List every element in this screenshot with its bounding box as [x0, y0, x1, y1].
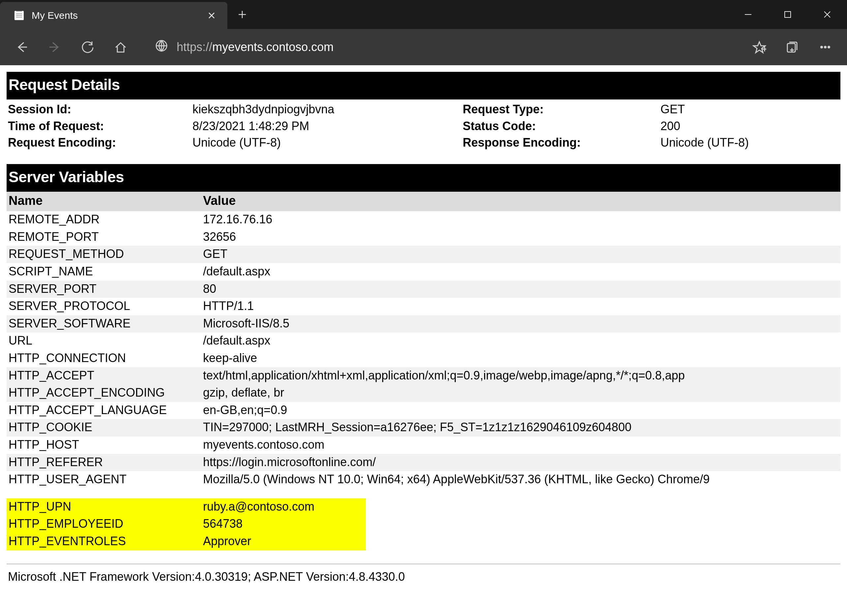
footer-version: Microsoft .NET Framework Version:4.0.303… [7, 569, 840, 585]
titlebar: My Events [0, 0, 847, 29]
var-name: HTTP_CONNECTION [9, 350, 203, 366]
var-value: TIN=297000; LastMRH_Session=a16276ee; F5… [203, 419, 840, 435]
var-name: HTTP_HOST [9, 437, 203, 453]
var-name: HTTP_ACCEPT_ENCODING [9, 385, 203, 401]
more-button[interactable] [811, 32, 840, 62]
value-req-enc: Unicode (UTF-8) [192, 135, 463, 151]
var-value: ruby.a@contoso.com [203, 499, 366, 515]
table-row: SERVER_SOFTWAREMicrosoft-IIS/8.5 [7, 315, 840, 333]
table-row: HTTP_HOSTmyevents.contoso.com [7, 436, 840, 454]
section-request-details: Request Details [7, 72, 840, 99]
var-name: HTTP_EMPLOYEEID [9, 516, 203, 532]
var-name: URL [9, 333, 203, 349]
svg-rect-0 [785, 12, 791, 18]
value-resp-enc: Unicode (UTF-8) [661, 135, 840, 151]
table-row: HTTP_USER_AGENTMozilla/5.0 (Windows NT 1… [7, 471, 840, 489]
window-controls [728, 0, 847, 29]
table-row: HTTP_EVENTROLESApprover [7, 533, 366, 550]
table-row: HTTP_COOKIETIN=297000; LastMRH_Session=a… [7, 419, 840, 436]
var-name: SCRIPT_NAME [9, 264, 203, 280]
var-value: https://login.microsoftonline.com/ [203, 454, 840, 470]
close-window-button[interactable] [807, 0, 847, 29]
url-text: https://myevents.contoso.com [177, 40, 333, 54]
table-row: HTTP_ACCEPT_LANGUAGEen-GB,en;q=0.9 [7, 402, 840, 419]
var-name: SERVER_PROTOCOL [9, 298, 203, 314]
var-value: myevents.contoso.com [203, 437, 840, 453]
close-tab-button[interactable] [205, 9, 218, 22]
label-resp-enc: Response Encoding: [463, 135, 661, 151]
page-content: Request Details Session Id: kiekszqbh3dy… [0, 65, 847, 591]
var-name: SERVER_PORT [9, 281, 203, 297]
table-row: HTTP_EMPLOYEEID564738 [7, 516, 366, 533]
highlighted-vars: HTTP_UPNruby.a@contoso.comHTTP_EMPLOYEEI… [7, 498, 366, 550]
back-button[interactable] [7, 32, 36, 62]
maximize-button[interactable] [768, 0, 807, 29]
var-value: 80 [203, 281, 840, 297]
vars-header-value: Value [203, 192, 840, 209]
divider [7, 564, 840, 564]
table-row: REQUEST_METHODGET [7, 246, 840, 263]
var-value: keep-alive [203, 350, 840, 366]
home-button[interactable] [106, 32, 135, 62]
url-host: myevents.contoso.com [212, 40, 333, 54]
var-value: 32656 [203, 229, 840, 245]
forward-button[interactable] [40, 32, 69, 62]
var-value: GET [203, 246, 840, 262]
collections-button[interactable] [778, 32, 807, 62]
table-row: HTTP_ACCEPT_ENCODINGgzip, deflate, br [7, 385, 840, 402]
table-row: REMOTE_ADDR172.16.76.16 [7, 211, 840, 228]
value-status-code: 200 [661, 118, 840, 134]
var-value: /default.aspx [203, 333, 840, 349]
browser-toolbar: https://myevents.contoso.com [0, 29, 847, 65]
var-value: Approver [203, 533, 366, 550]
url-scheme: https:// [177, 40, 212, 54]
var-value: HTTP/1.1 [203, 298, 840, 314]
var-value: Microsoft-IIS/8.5 [203, 315, 840, 332]
value-time: 8/23/2021 1:48:29 PM [192, 118, 463, 134]
browser-tab[interactable]: My Events [0, 2, 227, 29]
table-row: SERVER_PORT80 [7, 281, 840, 298]
table-row: HTTP_REFERERhttps://login.microsoftonlin… [7, 454, 840, 472]
server-variables-table: Name Value REMOTE_ADDR172.16.76.16REMOTE… [7, 192, 840, 550]
label-session-id: Session Id: [8, 102, 192, 118]
new-tab-button[interactable] [227, 0, 257, 29]
refresh-button[interactable] [73, 32, 102, 62]
table-row: URL/default.aspx [7, 332, 840, 350]
var-name: REMOTE_ADDR [9, 211, 203, 228]
value-session-id: kiekszqbh3dydnpiogvjbvna [192, 102, 463, 118]
var-name: SERVER_SOFTWARE [9, 315, 203, 332]
table-row: HTTP_CONNECTIONkeep-alive [7, 350, 840, 367]
minimize-button[interactable] [728, 0, 768, 29]
var-name: HTTP_UPN [9, 499, 203, 515]
var-value: Mozilla/5.0 (Windows NT 10.0; Win64; x64… [203, 472, 840, 488]
table-row: REMOTE_PORT32656 [7, 228, 840, 246]
request-details-grid: Session Id: kiekszqbh3dydnpiogvjbvna Req… [7, 99, 840, 164]
var-value: gzip, deflate, br [203, 385, 840, 401]
table-row: SERVER_PROTOCOLHTTP/1.1 [7, 298, 840, 315]
var-name: REQUEST_METHOD [9, 246, 203, 262]
vars-header-row: Name Value [7, 192, 840, 211]
address-bar[interactable]: https://myevents.contoso.com [139, 35, 741, 59]
svg-point-4 [824, 46, 826, 48]
var-value: /default.aspx [203, 264, 840, 280]
table-row: HTTP_UPNruby.a@contoso.com [7, 498, 366, 516]
var-value: 564738 [203, 516, 366, 532]
table-row: HTTP_ACCEPTtext/html,application/xhtml+x… [7, 367, 840, 385]
var-name: HTTP_USER_AGENT [9, 472, 203, 488]
section-server-variables: Server Variables [7, 164, 840, 192]
vars-header-name: Name [9, 192, 203, 209]
svg-point-3 [820, 46, 822, 48]
label-req-enc: Request Encoding: [8, 135, 192, 151]
var-name: HTTP_EVENTROLES [9, 533, 203, 550]
var-name: HTTP_REFERER [9, 454, 203, 470]
var-value: en-GB,en;q=0.9 [203, 402, 840, 419]
value-request-type: GET [661, 102, 840, 118]
tab-title: My Events [32, 10, 197, 21]
table-row: SCRIPT_NAME/default.aspx [7, 263, 840, 281]
var-name: HTTP_COOKIE [9, 419, 203, 435]
svg-rect-2 [787, 43, 795, 52]
var-value: 172.16.76.16 [203, 211, 840, 228]
site-info-icon[interactable] [155, 39, 168, 55]
label-request-type: Request Type: [463, 102, 661, 118]
favorites-button[interactable] [745, 32, 774, 62]
